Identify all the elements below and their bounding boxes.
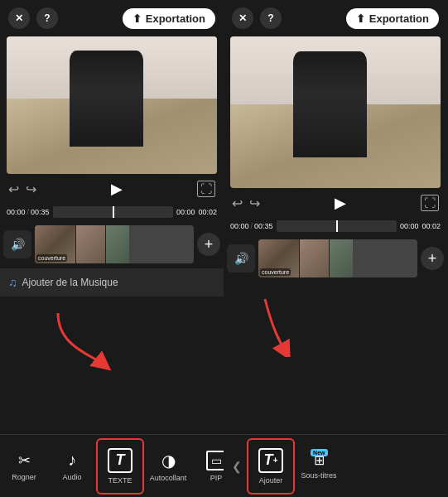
left-text-icon: T: [108, 448, 132, 473]
left-audio-icon: 🔊: [11, 238, 25, 251]
right-redo-icon[interactable]: ↪: [249, 195, 260, 211]
right-video-preview[interactable]: [230, 36, 441, 188]
left-video-frame: [7, 36, 217, 174]
right-text-add-icon: T+: [258, 448, 283, 473]
right-bottom-toolbar: ❮ T+ Ajouter ⊞ New Sous-titres: [224, 434, 447, 497]
right-room-scene: [230, 36, 441, 188]
left-tool-rogner-label: Rogner: [12, 473, 36, 481]
right-new-badge: New: [311, 449, 327, 456]
right-help-button[interactable]: ?: [260, 7, 282, 29]
left-time-mark2: 00:02: [198, 208, 217, 216]
left-clip-mini-1: [76, 225, 106, 263]
right-export-button[interactable]: ⬆ Exportation: [346, 8, 439, 29]
right-close-button[interactable]: ✕: [232, 7, 253, 29]
left-clip-mini-2: [106, 225, 129, 263]
left-tool-audio-label: Audio: [62, 473, 81, 481]
right-tool-ajouter-label: Ajouter: [259, 476, 283, 485]
right-clips-area: 🔊 couverture +: [224, 234, 447, 282]
right-top-bar: ✕ ? ⬆ Exportation: [224, 0, 447, 36]
right-panel: ✕ ? ⬆ Exportation ↩ ↪ ▶ ⛶ 00:00 / 00:35: [224, 0, 447, 497]
left-tool-pip[interactable]: ▭ PIP: [192, 438, 224, 495]
left-expand-button[interactable]: ⛶: [197, 181, 215, 197]
left-autocollant-icon: ◑: [161, 451, 176, 470]
left-time-current: 00:00: [7, 208, 26, 216]
left-tool-autocollant[interactable]: ◑ Autocollant: [144, 438, 192, 495]
left-timeline-bar: 00:00 / 00:35 00:00 00:02: [0, 204, 224, 220]
left-audio-tool-icon: ♪: [68, 451, 76, 470]
right-red-arrow: [240, 291, 340, 357]
right-timeline-cursor: [336, 220, 338, 232]
left-time-total: 00:35: [31, 208, 50, 216]
left-tool-pip-label: PIP: [210, 474, 223, 482]
right-time-mark2: 00:02: [422, 222, 441, 230]
right-timeline-bar: 00:00 / 00:35 00:00 00:02: [224, 218, 447, 234]
left-top-controls: ✕ ?: [8, 7, 58, 29]
left-video-preview[interactable]: [7, 36, 217, 174]
left-room-scene: [7, 36, 217, 174]
left-top-bar: ✕ ? ⬆ Exportation: [0, 0, 224, 36]
left-timeline-ruler[interactable]: [53, 206, 173, 218]
left-tool-autocollant-label: Autocollant: [150, 474, 187, 482]
left-export-label: Exportation: [146, 12, 205, 25]
left-close-button[interactable]: ✕: [8, 7, 30, 29]
left-undo-icon[interactable]: ↩: [8, 181, 19, 197]
left-tool-texte[interactable]: T TEXTE: [96, 438, 144, 495]
right-scroll-left[interactable]: ❮: [227, 460, 247, 473]
right-add-clip-button[interactable]: +: [421, 247, 444, 270]
left-red-arrow: [41, 305, 124, 371]
right-undo-redo: ↩ ↪: [232, 195, 260, 211]
right-timeline-ruler[interactable]: [277, 220, 397, 232]
left-room-figure: [70, 51, 143, 147]
left-timeline-cursor: [113, 206, 114, 218]
right-export-label: Exportation: [369, 12, 429, 25]
right-clip-cover-label: couverture: [260, 268, 291, 276]
left-tool-texte-label: TEXTE: [108, 476, 132, 485]
left-export-icon: ⬆: [132, 12, 142, 25]
right-clip-mini-2: [330, 239, 353, 277]
right-tool-sous-titres[interactable]: ⊞ New Sous-titres: [295, 438, 343, 495]
left-clip-cover-label: couverture: [36, 254, 67, 262]
left-help-button[interactable]: ?: [36, 7, 58, 29]
left-clips-area: 🔊 couverture +: [0, 220, 224, 268]
right-export-icon: ⬆: [356, 12, 365, 25]
left-clip-thumb-main: couverture: [35, 225, 76, 263]
right-room-figure: [293, 51, 367, 157]
left-tool-rogner[interactable]: ✂ Rogner: [0, 438, 48, 495]
right-time-total: 00:35: [254, 222, 273, 230]
right-time-current: 00:00: [230, 222, 249, 230]
right-clip-thumb-main: couverture: [258, 239, 300, 277]
right-clip-strip[interactable]: couverture: [258, 239, 417, 277]
left-add-clip-button[interactable]: +: [197, 233, 220, 256]
left-export-button[interactable]: ⬆ Exportation: [123, 8, 215, 29]
right-expand-button[interactable]: ⛶: [421, 195, 439, 211]
left-time-mark1: 00:00: [176, 208, 195, 216]
left-redo-icon[interactable]: ↪: [26, 181, 36, 197]
right-controls-bar: ↩ ↪ ▶ ⛶: [224, 188, 447, 218]
left-bottom-toolbar: ✂ Rogner ♪ Audio T TEXTE ◑ Autocollant ▭…: [0, 434, 224, 497]
right-arrow-area: [224, 282, 447, 434]
left-play-button[interactable]: ▶: [111, 180, 123, 198]
right-time-mark1: 00:00: [400, 222, 419, 230]
left-clip-strip[interactable]: couverture: [35, 225, 194, 263]
left-audio-icon-button[interactable]: 🔊: [3, 230, 31, 258]
left-tool-audio[interactable]: ♪ Audio: [48, 438, 96, 495]
right-tool-ajouter[interactable]: T+ Ajouter: [247, 438, 295, 495]
right-tool-sous-titres-label: Sous-titres: [301, 471, 336, 480]
left-controls-bar: ↩ ↪ ▶ ⛶: [0, 174, 224, 204]
left-arrow-area: [0, 297, 224, 434]
right-undo-icon[interactable]: ↩: [232, 195, 243, 211]
left-music-banner[interactable]: ♫ Ajouter de la Musique: [0, 268, 224, 297]
right-play-button[interactable]: ▶: [335, 194, 346, 212]
right-audio-icon: 🔊: [234, 252, 248, 265]
left-pip-icon: ▭: [206, 451, 224, 470]
right-sous-titres-icon-wrapper: ⊞ New: [314, 452, 325, 468]
right-clip-mini-1: [300, 239, 330, 277]
right-video-frame: [230, 36, 441, 188]
left-music-label: Ajouter de la Musique: [22, 277, 118, 288]
left-music-icon: ♫: [8, 276, 17, 289]
right-audio-icon-button[interactable]: 🔊: [227, 244, 255, 273]
left-panel: ✕ ? ⬆ Exportation ↩ ↪ ▶ ⛶ 00:00 / 00:35: [0, 0, 224, 497]
left-scissors-icon: ✂: [18, 451, 31, 470]
right-top-controls: ✕ ?: [232, 7, 282, 29]
left-undo-redo: ↩ ↪: [8, 181, 36, 197]
